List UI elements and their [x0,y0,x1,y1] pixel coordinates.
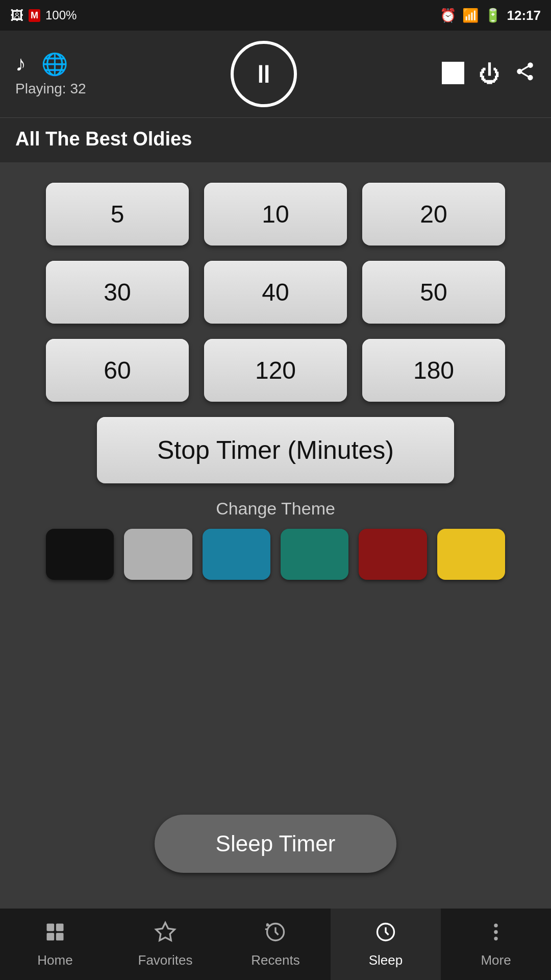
timer-button-5[interactable]: 5 [46,183,189,246]
nav-label-home: Home [37,952,72,968]
share-icon[interactable] [514,61,536,87]
home-icon [44,921,66,948]
theme-color-blue[interactable] [203,529,270,580]
svg-rect-0 [47,923,55,931]
stop-timer-button[interactable]: Stop Timer (Minutes) [97,417,454,483]
svg-rect-3 [56,933,64,940]
globe-icon[interactable]: 🌐 [41,52,68,77]
app-icon: M [29,9,40,22]
timer-button-30[interactable]: 30 [46,261,189,324]
svg-point-7 [494,923,497,927]
pause-button[interactable]: ⏸ [231,41,297,107]
svg-rect-1 [56,923,64,931]
photo-icon: 🖼 [10,8,23,23]
music-icon[interactable]: ♪ [15,52,26,76]
sleep-timer-button[interactable]: Sleep Timer [155,815,397,873]
nav-label-more: More [481,952,511,968]
sleep-clock-icon [374,921,397,948]
header-left: ♪ 🌐 Playing: 32 [15,52,86,97]
timer-button-120[interactable]: 120 [204,339,347,402]
nav-item-recents[interactable]: Recents [220,909,331,980]
nav-item-more[interactable]: More [441,909,551,980]
battery-icon: 🔋 [485,8,501,23]
timer-button-60[interactable]: 60 [46,339,189,402]
status-right: ⏰ 📶 🔋 12:17 [440,8,541,23]
header-icons-row: ♪ 🌐 [15,52,68,77]
nav-item-sleep[interactable]: Sleep [331,909,441,980]
svg-point-8 [494,930,497,934]
timer-button-180[interactable]: 180 [362,339,505,402]
svg-marker-4 [156,922,175,940]
station-title: All The Best Oldies [0,117,551,162]
timer-button-20[interactable]: 20 [362,183,505,246]
status-bar: 🖼 M 100% ⏰ 📶 🔋 12:17 [0,0,551,31]
theme-section: Change Theme [46,499,505,580]
theme-color-gray[interactable] [124,529,192,580]
nav-label-favorites: Favorites [138,952,193,968]
theme-label: Change Theme [216,499,335,519]
nav-item-favorites[interactable]: Favorites [110,909,220,980]
svg-point-9 [494,937,497,940]
status-left: 🖼 M 100% [10,8,77,23]
svg-rect-2 [47,933,55,940]
battery-level: 100% [45,8,77,22]
sleep-timer-section: Sleep Timer [155,595,397,893]
power-icon[interactable]: ⏻ [479,62,500,86]
bottom-nav: Home Favorites Recents Sleep More [0,909,551,980]
playing-label: Playing: 32 [15,81,86,97]
more-icon [485,921,507,948]
alarm-icon: ⏰ [440,8,456,23]
star-icon [154,921,177,948]
timer-button-40[interactable]: 40 [204,261,347,324]
header-right: ⏻ [442,61,536,87]
header: ♪ 🌐 Playing: 32 ⏸ ⏻ [0,31,551,117]
theme-color-black[interactable] [46,529,114,580]
wifi-icon: 📶 [462,8,479,23]
theme-color-yellow[interactable] [437,529,505,580]
theme-color-red[interactable] [359,529,427,580]
main-content: 5102030405060120180 Stop Timer (Minutes)… [0,162,551,909]
pause-icon: ⏸ [251,59,277,89]
theme-color-teal[interactable] [281,529,348,580]
timer-button-10[interactable]: 10 [204,183,347,246]
timer-button-50[interactable]: 50 [362,261,505,324]
history-icon [264,921,287,948]
theme-colors [46,529,505,580]
timer-grid: 5102030405060120180 [46,183,505,402]
nav-label-sleep: Sleep [369,952,403,968]
nav-item-home[interactable]: Home [0,909,110,980]
station-name: All The Best Oldies [15,128,536,150]
stop-icon[interactable] [442,62,464,86]
clock-time: 12:17 [507,8,541,23]
nav-label-recents: Recents [251,952,299,968]
